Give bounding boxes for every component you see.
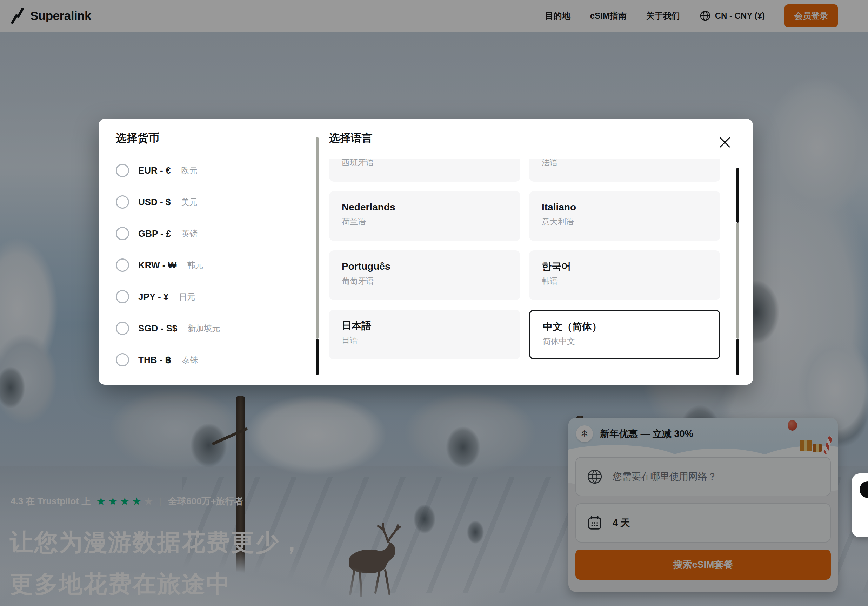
currency-name: 日元: [179, 291, 195, 302]
language-option[interactable]: 中文（简体） 简体中文: [529, 310, 720, 359]
currency-name: 欧元: [181, 165, 197, 176]
currency-scrollbar-thumb[interactable]: [316, 339, 319, 375]
language-title: 日本語: [342, 320, 508, 332]
language-scrollbar-track[interactable]: [736, 223, 739, 339]
currency-code: GBP - £: [138, 228, 171, 239]
language-title: Italiano: [542, 201, 708, 213]
currency-code: EUR - €: [138, 165, 170, 176]
language-section-title: 选择语言: [329, 131, 373, 145]
currency-list: EUR - € 欧元 USD - $ 美元 GBP - £ 英镑 KRW - ₩…: [116, 155, 305, 376]
currency-option[interactable]: JPY - ¥ 日元: [116, 281, 305, 312]
radio-button[interactable]: [116, 353, 129, 366]
currency-code: THB - ฿: [138, 354, 172, 365]
radio-button[interactable]: [116, 195, 129, 209]
currency-code: KRW - ₩: [138, 260, 177, 271]
currency-option[interactable]: KRW - ₩ 韩元: [116, 249, 305, 281]
currency-code: USD - $: [138, 197, 170, 208]
language-grid: 西班牙语 法语 Nederlands 荷兰语 Italiano 意大利语 Por…: [329, 159, 720, 359]
currency-name: 美元: [181, 197, 197, 208]
language-subtitle: 简体中文: [543, 336, 707, 346]
language-title: Nederlands: [342, 201, 508, 213]
currency-name: 英镑: [181, 228, 197, 239]
currency-section-title: 选择货币: [116, 131, 159, 145]
chat-bubble-button[interactable]: [860, 481, 868, 498]
currency-option[interactable]: EUR - € 欧元: [116, 155, 305, 186]
language-list-viewport: 西班牙语 法语 Nederlands 荷兰语 Italiano 意大利语 Por…: [329, 159, 720, 368]
currency-name: 新加坡元: [188, 323, 220, 334]
language-subtitle: 意大利语: [542, 216, 708, 227]
language-option[interactable]: Português 葡萄牙语: [329, 250, 520, 300]
radio-button[interactable]: [116, 258, 129, 272]
language-scrollbar-thumb-lower[interactable]: [736, 339, 739, 375]
language-option[interactable]: 日本語 日语: [329, 310, 520, 359]
currency-option[interactable]: GBP - £ 英镑: [116, 218, 305, 249]
chat-widget-dock: [852, 473, 868, 537]
language-title: 中文（简体）: [543, 320, 707, 333]
language-title: 한국어: [542, 260, 708, 273]
language-subtitle: 西班牙语: [342, 159, 508, 168]
close-icon[interactable]: [717, 134, 733, 150]
language-subtitle: 日语: [342, 335, 508, 345]
currency-option[interactable]: USD - $ 美元: [116, 186, 305, 218]
language-title: Português: [342, 260, 508, 273]
language-option[interactable]: 法语: [529, 159, 720, 182]
language-subtitle: 法语: [542, 159, 708, 168]
radio-button[interactable]: [116, 227, 129, 240]
language-subtitle: 韩语: [542, 276, 708, 286]
radio-button[interactable]: [116, 164, 129, 177]
language-subtitle: 葡萄牙语: [342, 276, 508, 286]
language-subtitle: 荷兰语: [342, 216, 508, 227]
currency-scrollbar-track[interactable]: [316, 137, 319, 339]
currency-option[interactable]: THB - ฿ 泰铢: [116, 344, 305, 376]
language-option[interactable]: 한국어 韩语: [529, 250, 720, 300]
currency-name: 泰铢: [182, 354, 198, 365]
language-option[interactable]: Nederlands 荷兰语: [329, 191, 520, 241]
currency-name: 韩元: [187, 260, 203, 271]
currency-language-modal: 选择货币 选择语言 EUR - € 欧元 USD - $ 美元 GBP - £ …: [99, 119, 753, 385]
radio-button[interactable]: [116, 322, 129, 335]
currency-option[interactable]: SGD - S$ 新加坡元: [116, 312, 305, 344]
currency-code: JPY - ¥: [138, 291, 168, 302]
language-option[interactable]: 西班牙语: [329, 159, 520, 182]
language-option[interactable]: Italiano 意大利语: [529, 191, 720, 241]
language-scrollbar-thumb[interactable]: [736, 168, 739, 223]
radio-button[interactable]: [116, 290, 129, 303]
currency-code: SGD - S$: [138, 323, 177, 334]
